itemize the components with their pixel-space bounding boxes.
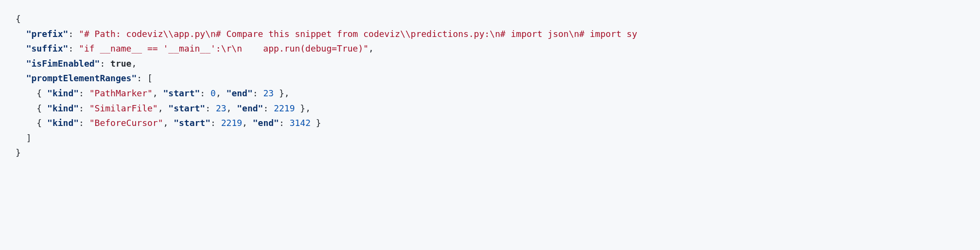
kind-key: "kind" — [47, 118, 79, 128]
start-key: "start" — [174, 118, 210, 128]
comma: , — [163, 118, 174, 128]
kind-key: "kind" — [47, 88, 79, 98]
isfimenabled-key: "isFimEnabled" — [26, 58, 100, 69]
colon: : — [137, 73, 147, 83]
comma: , — [284, 88, 290, 98]
colon: : — [205, 103, 216, 113]
colon: : — [68, 43, 79, 54]
range-close: } — [279, 88, 284, 98]
kind-value: "PathMarker" — [89, 88, 153, 98]
json-code-block: { "prefix": "# Path: codeviz\\app.py\n# … — [0, 0, 980, 250]
prefix-key: "prefix" — [26, 29, 69, 39]
close-bracket: ] — [26, 133, 32, 143]
comma: , — [153, 88, 163, 98]
comma: , — [158, 103, 169, 113]
end-value: 2219 — [274, 103, 295, 113]
colon: : — [79, 103, 89, 113]
comma: , — [131, 58, 137, 69]
kind-value: "BeforeCursor" — [89, 118, 163, 128]
isfimenabled-value: true — [110, 58, 131, 69]
comma: , — [305, 103, 311, 113]
comma: , — [242, 118, 253, 128]
colon: : — [79, 118, 89, 128]
close-brace: } — [16, 147, 21, 158]
kind-key: "kind" — [47, 103, 79, 113]
suffix-key: "suffix" — [26, 43, 69, 54]
colon: : — [100, 58, 110, 69]
range-open: { — [36, 88, 42, 98]
range-open: { — [36, 118, 42, 128]
prefix-value: "# Path: codeviz\\app.py\n# Compare this… — [79, 29, 637, 39]
start-key: "start" — [168, 103, 205, 113]
range-open: { — [36, 103, 42, 113]
colon: : — [279, 118, 290, 128]
kind-value: "SimilarFile" — [89, 103, 158, 113]
end-value: 3142 — [290, 118, 311, 128]
start-key: "start" — [163, 88, 200, 98]
comma: , — [227, 103, 237, 113]
comma: , — [216, 88, 227, 98]
comma: , — [368, 43, 374, 54]
colon: : — [68, 29, 79, 39]
promptelementranges-key: "promptElementRanges" — [26, 73, 137, 83]
start-value: 23 — [216, 103, 227, 113]
colon: : — [210, 118, 221, 128]
suffix-value: "if __name__ == '__main__':\r\n app.run(… — [79, 43, 368, 54]
start-value: 2219 — [221, 118, 242, 128]
colon: : — [79, 88, 89, 98]
start-value: 0 — [210, 88, 216, 98]
colon: : — [263, 103, 274, 113]
colon: : — [253, 88, 263, 98]
open-brace: { — [16, 14, 21, 24]
colon: : — [200, 88, 210, 98]
range-close: } — [316, 118, 321, 128]
end-value: 23 — [263, 88, 274, 98]
open-bracket: [ — [147, 73, 153, 83]
end-key: "end" — [237, 103, 263, 113]
range-close: } — [300, 103, 305, 113]
end-key: "end" — [253, 118, 279, 128]
end-key: "end" — [227, 88, 253, 98]
